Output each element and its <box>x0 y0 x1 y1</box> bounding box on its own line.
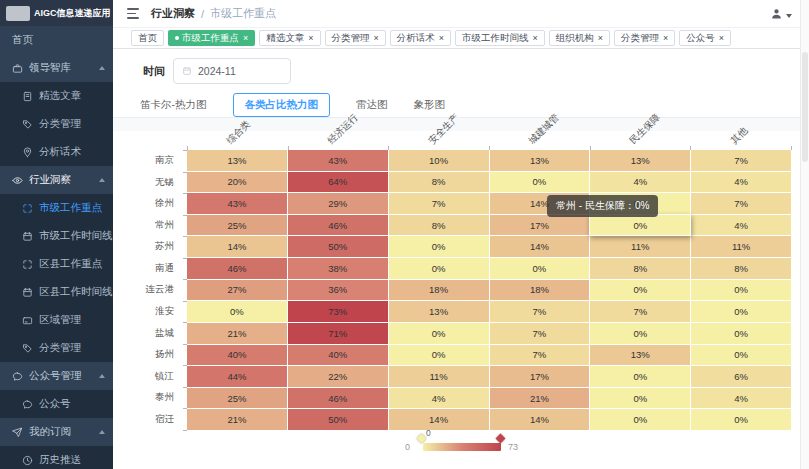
heatmap-cell[interactable]: 22% <box>288 366 388 387</box>
sidebar-item[interactable]: 历史推送 <box>0 446 113 469</box>
heatmap-cell[interactable]: 13% <box>590 150 690 171</box>
tag-item[interactable]: 分析话术× <box>390 30 451 46</box>
heatmap-cell[interactable]: 36% <box>288 280 388 301</box>
close-icon[interactable]: × <box>308 34 313 43</box>
heatmap-cell[interactable]: 44% <box>187 366 287 387</box>
close-icon[interactable]: × <box>243 34 248 43</box>
heatmap-cell[interactable]: 14% <box>187 236 287 257</box>
close-icon[interactable]: × <box>533 34 538 43</box>
visual-map-handle-high[interactable] <box>496 434 506 444</box>
heatmap-cell[interactable]: 7% <box>691 193 791 214</box>
heatmap-cell[interactable]: 27% <box>187 280 287 301</box>
heatmap-cell[interactable]: 0% <box>490 258 590 279</box>
heatmap-cell[interactable]: 14% <box>490 236 590 257</box>
heatmap-cell[interactable]: 8% <box>389 215 489 236</box>
hamburger-icon[interactable] <box>127 8 139 18</box>
heatmap-cell[interactable]: 0% <box>590 409 690 430</box>
heatmap-cell[interactable]: 50% <box>288 409 388 430</box>
heatmap-cell[interactable]: 18% <box>389 280 489 301</box>
tag-item[interactable]: 精选文章× <box>259 30 320 46</box>
heatmap-cell[interactable]: 8% <box>691 258 791 279</box>
heatmap-cell[interactable]: 43% <box>288 150 388 171</box>
sidebar-item[interactable]: 精选文章 <box>0 82 113 110</box>
tag-item[interactable]: 公众号× <box>679 30 731 46</box>
tag-item[interactable]: 分类管理× <box>325 30 386 46</box>
heatmap-cell[interactable]: 0% <box>389 345 489 366</box>
heatmap-cell[interactable]: 43% <box>187 193 287 214</box>
heatmap-cell[interactable]: 7% <box>691 150 791 171</box>
tag-item[interactable]: 市级工作时间线× <box>455 30 545 46</box>
heatmap-cell[interactable]: 0% <box>389 323 489 344</box>
heatmap-cell[interactable]: 0% <box>691 409 791 430</box>
sidebar-item[interactable]: 区县工作时间线 <box>0 278 113 306</box>
heatmap-cell[interactable]: 64% <box>288 172 388 193</box>
heatmap-cell[interactable]: 13% <box>490 150 590 171</box>
sidebar-item[interactable]: 公众号管理 <box>0 362 113 390</box>
heatmap-cell[interactable]: 0% <box>490 172 590 193</box>
heatmap-cell[interactable]: 0% <box>590 388 690 409</box>
heatmap-cell[interactable]: 0% <box>590 280 690 301</box>
close-icon[interactable]: × <box>598 34 603 43</box>
sidebar-item[interactable]: 分类管理 <box>0 334 113 362</box>
heatmap-cell[interactable]: 17% <box>490 366 590 387</box>
heatmap-cell[interactable]: 25% <box>187 215 287 236</box>
close-icon[interactable]: × <box>663 34 668 43</box>
scrollbar-thumb[interactable] <box>802 52 808 162</box>
heatmap-cell[interactable]: 0% <box>691 345 791 366</box>
heatmap-cell[interactable]: 7% <box>590 301 690 322</box>
heatmap-cell[interactable]: 13% <box>187 150 287 171</box>
visual-map-handle-low[interactable] <box>417 434 427 444</box>
sidebar-item[interactable]: 我的订阅 <box>0 418 113 446</box>
sidebar-item[interactable]: 区域管理 <box>0 306 113 334</box>
sidebar-item[interactable]: 行业洞察 <box>0 166 113 194</box>
sidebar-item[interactable]: 分析话术 <box>0 138 113 166</box>
heatmap-cell[interactable]: 0% <box>691 301 791 322</box>
heatmap-cell[interactable]: 4% <box>691 172 791 193</box>
sidebar-item[interactable]: 分类管理 <box>0 110 113 138</box>
heatmap-cell[interactable]: 0% <box>590 323 690 344</box>
heatmap-cell[interactable]: 11% <box>389 366 489 387</box>
heatmap-cell[interactable]: 29% <box>288 193 388 214</box>
tag-item[interactable]: 首页 <box>131 30 164 46</box>
heatmap-cell[interactable]: 7% <box>490 301 590 322</box>
tag-item[interactable]: 组织机构× <box>549 30 610 46</box>
date-picker-input[interactable]: 2024-11 <box>173 58 291 84</box>
heatmap-cell[interactable]: 0% <box>691 323 791 344</box>
heatmap-cell[interactable]: 13% <box>389 301 489 322</box>
heatmap-cell[interactable]: 4% <box>691 388 791 409</box>
heatmap-cell[interactable]: 4% <box>389 388 489 409</box>
tag-item[interactable]: 分类管理× <box>614 30 675 46</box>
breadcrumb-item[interactable]: 行业洞察 <box>151 6 195 21</box>
heatmap-cell[interactable]: 14% <box>389 409 489 430</box>
heatmap-cell[interactable]: 46% <box>187 258 287 279</box>
sidebar-item[interactable]: 领导智库 <box>0 54 113 82</box>
heatmap-cell[interactable]: 21% <box>490 388 590 409</box>
close-icon[interactable]: × <box>439 34 444 43</box>
heatmap-cell[interactable]: 20% <box>187 172 287 193</box>
heatmap-cell[interactable]: 8% <box>590 258 690 279</box>
heatmap-cell[interactable]: 7% <box>490 345 590 366</box>
heatmap-cell[interactable]: 7% <box>490 323 590 344</box>
tag-item[interactable]: 市级工作重点× <box>168 30 255 46</box>
heatmap-cell[interactable]: 40% <box>288 345 388 366</box>
heatmap-cell[interactable]: 14% <box>490 409 590 430</box>
heatmap-cell[interactable]: 50% <box>288 236 388 257</box>
sidebar-item[interactable]: 市级工作重点 <box>0 194 113 222</box>
chart-tab[interactable]: 笛卡尔-热力图 <box>140 98 207 112</box>
heatmap-cell[interactable]: 6% <box>691 366 791 387</box>
heatmap-cell[interactable]: 0% <box>187 301 287 322</box>
heatmap-cell[interactable]: 0% <box>389 236 489 257</box>
sidebar-item[interactable]: 区县工作重点 <box>0 250 113 278</box>
heatmap-cell[interactable]: 46% <box>288 388 388 409</box>
heatmap-cell[interactable]: 0% <box>590 215 690 236</box>
close-icon[interactable]: × <box>719 34 724 43</box>
heatmap-cell[interactable]: 0% <box>691 280 791 301</box>
user-icon[interactable] <box>770 7 783 20</box>
heatmap-cell[interactable]: 73% <box>288 301 388 322</box>
heatmap-cell[interactable]: 21% <box>187 323 287 344</box>
heatmap-cell[interactable]: 46% <box>288 215 388 236</box>
heatmap-cell[interactable]: 7% <box>389 193 489 214</box>
heatmap-cell[interactable]: 21% <box>187 409 287 430</box>
heatmap-cell[interactable]: 4% <box>691 215 791 236</box>
heatmap-cell[interactable]: 4% <box>590 172 690 193</box>
